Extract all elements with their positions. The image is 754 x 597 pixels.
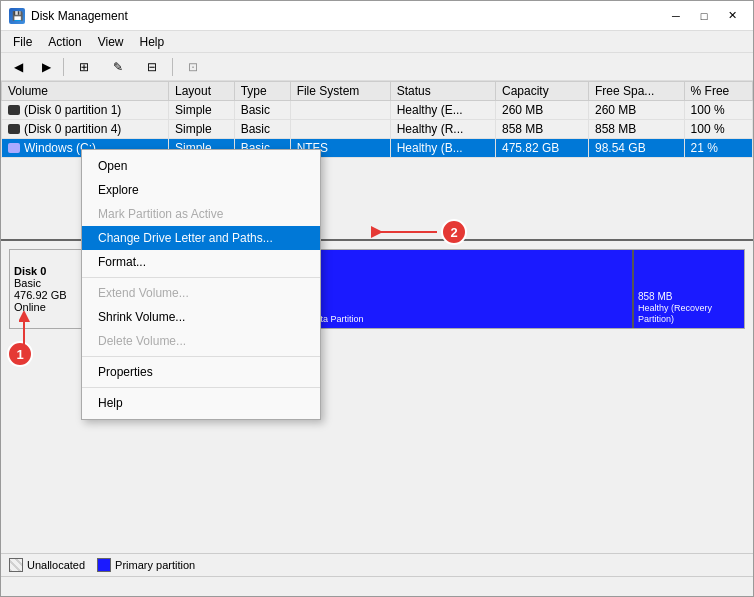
forward-button[interactable]: ▶: [33, 56, 59, 78]
disk0-status: Online: [14, 301, 89, 313]
cell-status: Healthy (B...: [390, 139, 495, 158]
legend-primary-label: Primary partition: [115, 559, 195, 571]
menu-file[interactable]: File: [5, 33, 40, 51]
col-filesystem[interactable]: File System: [290, 82, 390, 101]
cell-pctfree: 100 %: [684, 120, 752, 139]
status-bar: [1, 576, 753, 596]
cell-capacity: 475.82 GB: [495, 139, 588, 158]
col-volume[interactable]: Volume: [2, 82, 169, 101]
col-freespace[interactable]: Free Spa...: [588, 82, 684, 101]
main-window: 💾 Disk Management ─ □ ✕ File Action View…: [0, 0, 754, 597]
cell-free: 858 MB: [588, 120, 684, 139]
ctx-extend-volume: Extend Volume...: [82, 281, 320, 305]
cell-status: Healthy (R...: [390, 120, 495, 139]
context-menu: Open Explore Mark Partition as Active Ch…: [81, 149, 321, 420]
app-icon: 💾: [9, 8, 25, 24]
ctx-sep-3: [82, 387, 320, 388]
toolbar-sep-2: [172, 58, 173, 76]
ctx-shrink-volume[interactable]: Shrink Volume...: [82, 305, 320, 329]
partition-recovery-text: 858 MB Healthy (Recovery Partition): [638, 290, 740, 326]
disk0-name: Disk 0: [14, 265, 89, 277]
menu-help[interactable]: Help: [132, 33, 173, 51]
cell-volume: (Disk 0 partition 1): [2, 101, 169, 120]
partition-recovery-info: Healthy (Recovery Partition): [638, 303, 740, 326]
title-bar: 💾 Disk Management ─ □ ✕: [1, 1, 753, 31]
back-button[interactable]: ◀: [5, 56, 31, 78]
cell-filesystem: [290, 120, 390, 139]
table-row[interactable]: (Disk 0 partition 4) Simple Basic Health…: [2, 120, 753, 139]
ctx-mark-active: Mark Partition as Active: [82, 202, 320, 226]
ctx-format[interactable]: Format...: [82, 250, 320, 274]
toolbar: ◀ ▶ ⊞ ✎ ⊟ ⊡: [1, 53, 753, 81]
legend-unalloc: Unallocated: [9, 558, 85, 572]
cell-volume: (Disk 0 partition 4): [2, 120, 169, 139]
menu-view[interactable]: View: [90, 33, 132, 51]
ctx-explore[interactable]: Explore: [82, 178, 320, 202]
ctx-delete-volume: Delete Volume...: [82, 329, 320, 353]
cell-free: 98.54 GB: [588, 139, 684, 158]
cell-layout: Simple: [169, 120, 235, 139]
ctx-sep-2: [82, 356, 320, 357]
cell-pctfree: 100 %: [684, 101, 752, 120]
volume-table: Volume Layout Type File System Status Ca…: [1, 81, 753, 158]
minimize-button[interactable]: ─: [663, 6, 689, 26]
toolbar-btn-3[interactable]: ⊞: [68, 56, 100, 78]
cell-type: Basic: [234, 120, 290, 139]
menu-bar: File Action View Help: [1, 31, 753, 53]
col-type[interactable]: Type: [234, 82, 290, 101]
ctx-change-drive-letter[interactable]: Change Drive Letter and Paths...: [82, 226, 320, 250]
cell-pctfree: 21 %: [684, 139, 752, 158]
disk0-type: Basic: [14, 277, 89, 289]
toolbar-sep-1: [63, 58, 64, 76]
ctx-help[interactable]: Help: [82, 391, 320, 415]
menu-action[interactable]: Action: [40, 33, 89, 51]
cell-free: 260 MB: [588, 101, 684, 120]
col-capacity[interactable]: Capacity: [495, 82, 588, 101]
col-layout[interactable]: Layout: [169, 82, 235, 101]
partition-recovery-size: 858 MB: [638, 290, 740, 303]
legend-bar: Unallocated Primary partition: [1, 553, 753, 576]
toolbar-btn-5[interactable]: ⊟: [136, 56, 168, 78]
close-button[interactable]: ✕: [719, 6, 745, 26]
window-title: Disk Management: [31, 9, 128, 23]
disk-icon: [8, 105, 20, 115]
legend-primary: Primary partition: [97, 558, 195, 572]
legend-unalloc-box: [9, 558, 23, 572]
cell-layout: Simple: [169, 101, 235, 120]
legend-primary-box: [97, 558, 111, 572]
cell-type: Basic: [234, 101, 290, 120]
partition-recovery[interactable]: 858 MB Healthy (Recovery Partition): [634, 250, 744, 328]
disk-icon: [8, 143, 20, 153]
legend-unalloc-label: Unallocated: [27, 559, 85, 571]
cell-capacity: 260 MB: [495, 101, 588, 120]
ctx-sep-1: [82, 277, 320, 278]
toolbar-btn-4[interactable]: ✎: [102, 56, 134, 78]
maximize-button[interactable]: □: [691, 6, 717, 26]
disk-icon: [8, 124, 20, 134]
window-controls: ─ □ ✕: [663, 6, 745, 26]
cell-filesystem: [290, 101, 390, 120]
table-row[interactable]: (Disk 0 partition 1) Simple Basic Health…: [2, 101, 753, 120]
toolbar-btn-6[interactable]: ⊡: [177, 56, 209, 78]
title-bar-left: 💾 Disk Management: [9, 8, 128, 24]
cell-capacity: 858 MB: [495, 120, 588, 139]
cell-status: Healthy (E...: [390, 101, 495, 120]
main-content: Volume Layout Type File System Status Ca…: [1, 81, 753, 576]
col-pctfree[interactable]: % Free: [684, 82, 752, 101]
col-status[interactable]: Status: [390, 82, 495, 101]
ctx-properties[interactable]: Properties: [82, 360, 320, 384]
disk0-size: 476.92 GB: [14, 289, 89, 301]
ctx-open[interactable]: Open: [82, 154, 320, 178]
